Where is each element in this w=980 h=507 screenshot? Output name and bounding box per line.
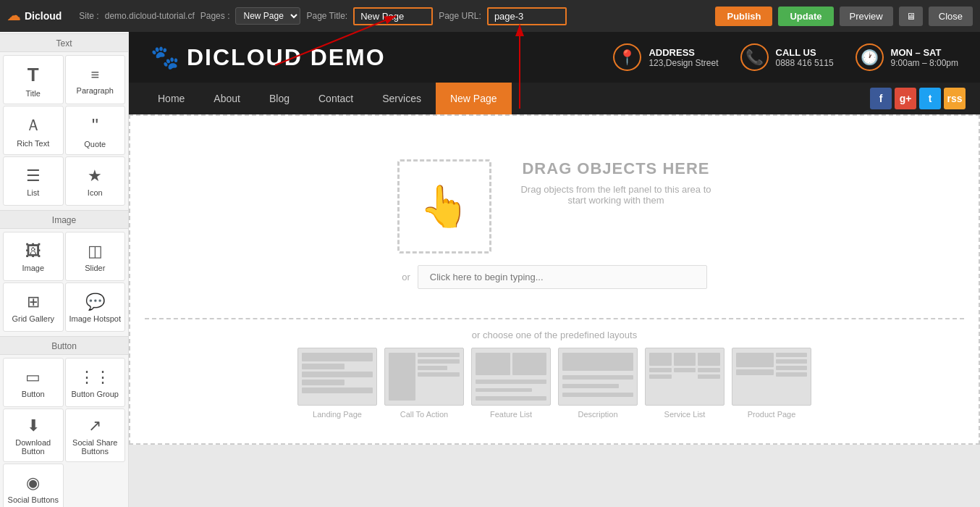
predefined-description[interactable]: Description [558,348,638,419]
hours-title: MON – SAT [891,47,958,58]
site-logo-icon: 🐾 [151,43,179,71]
panel-item-grid-gallery[interactable]: ⊞ Grid Gallery [3,282,64,332]
nav-blog[interactable]: Blog [255,83,304,114]
social-buttons-label: Social Buttons [8,495,59,504]
preview-button[interactable]: Preview [840,7,893,26]
header-info-address: 📍 ADDRESS 123,Design Street [613,43,718,71]
predefined-label-landing: Landing Page [313,410,362,419]
site-label: Site : [79,11,98,21]
drag-typing-input[interactable] [418,265,707,289]
paragraph-label: Paragraph [77,86,114,95]
predefined-thumb-landing [297,348,377,406]
predefined-service-list[interactable]: Service List [645,348,725,419]
image-icon: 🖼 [25,242,41,261]
section-image-title: Image [0,210,128,229]
social-facebook[interactable]: f [870,88,892,109]
panel-item-title[interactable]: T Title [3,55,64,104]
close-button[interactable]: Close [929,7,973,26]
slider-label: Slider [85,264,105,272]
panel-item-paragraph[interactable]: ≡ Paragraph [65,55,126,104]
brand-name: Dicloud [25,10,62,22]
pages-dropdown[interactable]: New Page [235,7,300,25]
button-icon: ▭ [25,368,41,387]
grid-gallery-label: Grid Gallery [12,314,54,323]
main-layout: Text T Title ≡ Paragraph Ａ Rich Text " Q… [0,32,980,507]
predefined-title: or choose one of the predefined layouts [159,330,950,340]
download-button-icon: ⬇ [27,416,40,435]
social-share-icon: ↗ [88,416,101,435]
predefined-thumb-service [645,348,725,406]
panel-item-social-buttons[interactable]: ◉ Social Buttons [3,464,64,507]
clock-icon: 🕐 [856,43,884,71]
nav-services[interactable]: Services [368,83,436,114]
callus-text: CALL US 0888 416 5115 [776,47,834,68]
list-label: List [27,188,39,197]
pages-label: Pages : [200,11,230,21]
page-title-input[interactable] [353,7,433,25]
section-button-title: Button [0,336,128,355]
monitor-button[interactable]: 🖥 [899,7,923,26]
publish-button[interactable]: Publish [715,7,772,26]
brand-icon: ☁ [7,8,20,24]
panel-item-image-hotspot[interactable]: 💬 Image Hotspot [65,282,126,332]
drag-icon-area: 👆 [397,159,491,254]
nav-new-page[interactable]: New Page [436,83,512,114]
panel-item-button-group[interactable]: ⋮⋮ Button Group [65,358,126,407]
social-twitter[interactable]: t [919,88,941,109]
drag-subtitle: Drag objects from the left panel to this… [520,184,711,206]
phone-icon: 📞 [740,43,769,71]
social-buttons-icon: ◉ [26,474,40,493]
site-title: DICLOUD DEMO [187,44,386,71]
download-button-label: Download Button [7,438,60,456]
callus-title: CALL US [776,47,834,58]
address-text: ADDRESS 123,Design Street [649,47,718,68]
panel-item-slider[interactable]: ◫ Slider [65,232,126,281]
nav-home[interactable]: Home [143,83,199,114]
panel-item-quote[interactable]: " Quote [65,106,126,155]
nav-contact[interactable]: Contact [304,83,368,114]
panel-item-icon[interactable]: ★ Icon [65,156,126,206]
slider-icon: ◫ [88,242,103,261]
image-label: Image [22,264,44,272]
rich-text-label: Rich Text [17,139,49,148]
page-url-input[interactable] [487,7,567,25]
image-section-grid: 🖼 Image ◫ Slider ⊞ Grid Gallery 💬 Image … [0,229,128,335]
social-rss[interactable]: rss [944,88,966,109]
icon-icon: ★ [88,167,102,185]
list-icon: ☰ [26,167,41,185]
predefined-label-feature: Feature List [490,410,532,419]
drag-main-row: 👆 DRAG OBJECTS HERE Drag objects from th… [397,159,711,254]
panel-item-image[interactable]: 🖼 Image [3,232,64,281]
nav-social: f g+ t rss [870,88,966,109]
panel-item-social-share[interactable]: ↗ Social Share Buttons [65,408,126,462]
site-nav: Home About Blog Contact Services New Pag… [129,83,980,114]
drag-area: 👆 DRAG OBJECTS HERE Drag objects from th… [145,130,964,318]
title-label: Title [26,89,41,98]
predefined-call-to-action[interactable]: Call To Action [384,348,464,419]
canvas: 🐾 DICLOUD DEMO 📍 ADDRESS 123,Design Stre… [129,32,980,507]
predefined-feature-list[interactable]: Feature List [471,348,551,419]
nav-about[interactable]: About [199,83,255,114]
grid-gallery-icon: ⊞ [27,293,40,311]
social-googleplus[interactable]: g+ [895,88,916,109]
pages-select[interactable]: New Page [235,7,300,25]
hours-value: 9:00am – 8:00pm [891,58,958,68]
panel-item-download-button[interactable]: ⬇ Download Button [3,408,64,462]
page-content: 👆 DRAG OBJECTS HERE Drag objects from th… [129,114,980,445]
predefined-label-product: Product Page [748,410,796,419]
predefined-product-page[interactable]: Product Page [732,348,811,419]
update-button[interactable]: Update [778,7,833,26]
drag-text-area: DRAG OBJECTS HERE Drag objects from the … [520,159,711,206]
drag-hand-icon: 👆 [419,183,470,230]
predefined-thumb-feature [471,348,551,406]
predefined-landing-page[interactable]: Landing Page [297,348,377,419]
panel-item-button[interactable]: ▭ Button [3,358,64,407]
text-section-grid: T Title ≡ Paragraph Ａ Rich Text " Quote … [0,52,128,209]
button-label: Button [22,390,45,398]
button-group-icon: ⋮⋮ [79,368,111,387]
panel-item-rich-text[interactable]: Ａ Rich Text [3,106,64,155]
quote-label: Quote [84,140,106,148]
site-url: demo.dicloud-tutorial.cf [105,11,195,21]
icon-label: Icon [88,188,103,197]
panel-item-list[interactable]: ☰ List [3,156,64,206]
